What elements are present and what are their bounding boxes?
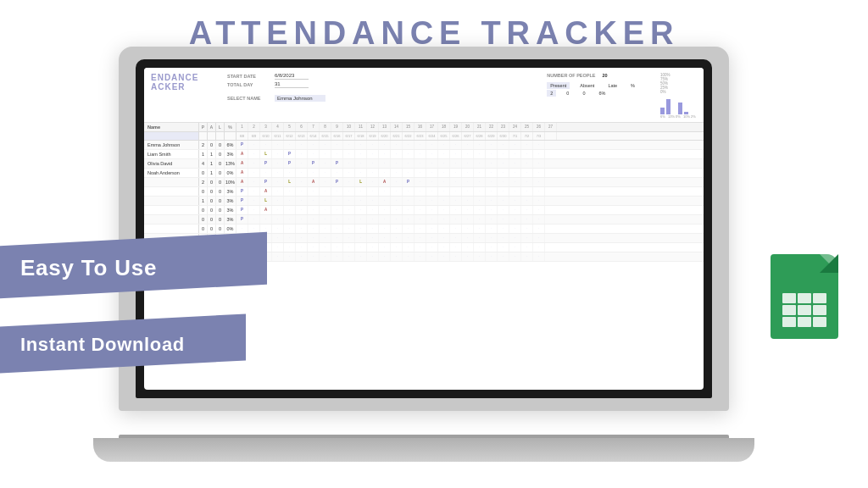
- day-cell-14: ·: [403, 159, 415, 168]
- day-cell-23: ·: [509, 169, 521, 177]
- date-header-19: 20: [462, 123, 474, 131]
- date-header-16: 17: [426, 123, 438, 131]
- day-cell-8: ·: [331, 252, 343, 261]
- day-cell-4: ·: [284, 234, 296, 242]
- day-cell-6: ·: [308, 252, 320, 261]
- day-cell-8: P: [331, 159, 343, 168]
- chart-y-0: 0%: [660, 90, 697, 94]
- day-cell-3: ·: [272, 150, 284, 158]
- day-cell-5: ·: [296, 206, 308, 214]
- day-cell-4: ·: [284, 187, 296, 196]
- grid-cell-3: [813, 293, 826, 303]
- day-cell-15: ·: [415, 169, 426, 177]
- day-cell-19: ·: [462, 197, 474, 205]
- row-a-cell: 0: [208, 215, 216, 224]
- day-cell-9: ·: [343, 159, 355, 168]
- day-cell-22: ·: [498, 252, 509, 261]
- day-cell-18: ·: [450, 252, 462, 261]
- day-cell-7: ·: [320, 197, 331, 205]
- day-cell-9: ·: [343, 178, 355, 186]
- day-cell-23: ·: [509, 243, 521, 252]
- day-cell-10: ·: [355, 187, 367, 196]
- date-sub-3: 6/11: [272, 132, 284, 140]
- day-cell-8: ·: [331, 215, 343, 224]
- sheets-icon-wrap: [766, 254, 843, 347]
- day-cell-15: ·: [415, 141, 426, 149]
- day-cell-21: ·: [486, 197, 498, 205]
- row-name-cell: [144, 197, 199, 205]
- day-cell-20: ·: [474, 215, 486, 224]
- grid-cell-5: [798, 305, 811, 315]
- day-cell-10: ·: [355, 169, 367, 177]
- row-l-cell: 0: [216, 197, 225, 205]
- day-cell-25: ·: [533, 169, 545, 177]
- day-cell-21: ·: [486, 150, 498, 158]
- day-cell-23: ·: [509, 252, 521, 261]
- date-sub-21: 6/29: [486, 132, 498, 140]
- day-cell-25: ·: [533, 225, 545, 233]
- row-p-cell: 4: [199, 159, 208, 168]
- date-sub-26: [545, 132, 557, 140]
- day-cell-20: ·: [474, 197, 486, 205]
- grid-cell-2: [798, 293, 811, 303]
- day-cell-8: P: [331, 178, 343, 186]
- day-cell-20: ·: [474, 225, 486, 233]
- day-cell-8: ·: [331, 197, 343, 205]
- day-cell-17: ·: [438, 206, 450, 214]
- date-sub-6: 6/14: [308, 132, 320, 140]
- table-row: Liam Smith1103%A·L·P····················…: [144, 150, 704, 159]
- day-cell-20: ·: [474, 141, 486, 149]
- day-cell-21: ·: [486, 215, 498, 224]
- date-header-7: 8: [320, 123, 331, 131]
- day-cell-18: ·: [450, 141, 462, 149]
- day-cell-2: A: [260, 187, 272, 196]
- day-cell-10: ·: [355, 252, 367, 261]
- day-cell-1: ·: [248, 197, 260, 205]
- day-cell-0: P: [236, 206, 248, 214]
- day-cell-7: ·: [320, 150, 331, 158]
- day-cell-8: ·: [331, 150, 343, 158]
- day-cell-4: P: [284, 150, 296, 158]
- ss-start-date-row: START DATE 6/8/2023: [227, 73, 326, 80]
- day-cell-8: ·: [331, 225, 343, 233]
- day-cell-14: ·: [403, 252, 415, 261]
- day-cell-2: P: [260, 178, 272, 186]
- date-sub-dates: 6/86/96/106/116/126/136/146/156/166/176/…: [236, 132, 557, 140]
- day-cell-22: ·: [498, 187, 509, 196]
- day-cell-4: L: [284, 178, 296, 186]
- day-cell-25: ·: [533, 215, 545, 224]
- row-l-cell: 0: [216, 169, 225, 177]
- grid-cell-4: [782, 305, 796, 315]
- chart-label-2: 0%: [676, 114, 682, 119]
- day-cell-17: ·: [438, 169, 450, 177]
- row-p-cell: 0: [199, 169, 208, 177]
- day-cell-18: ·: [450, 178, 462, 186]
- day-cell-11: ·: [367, 234, 379, 242]
- day-cell-23: ·: [509, 197, 521, 205]
- day-cell-18: ·: [450, 234, 462, 242]
- day-cell-20: ·: [474, 178, 486, 186]
- day-cell-14: ·: [403, 141, 415, 149]
- date-header-10: 11: [355, 123, 367, 131]
- date-sub-l: [216, 132, 225, 140]
- row-l-cell: 0: [216, 150, 225, 158]
- day-cell-3: ·: [272, 234, 284, 242]
- day-cell-13: ·: [391, 159, 403, 168]
- row-name-cell: Olivia David: [144, 159, 199, 168]
- day-cell-15: ·: [415, 234, 426, 242]
- row-p-cell: 0: [199, 206, 208, 214]
- date-sub-17: 6/25: [438, 132, 450, 140]
- day-cell-22: ·: [498, 197, 509, 205]
- day-cell-4: ·: [284, 169, 296, 177]
- day-cell-7: ·: [320, 141, 331, 149]
- row-name-cell: Emma Johnson: [144, 141, 199, 149]
- date-header-3: 4: [272, 123, 284, 131]
- day-cell-16: ·: [426, 225, 438, 233]
- day-cell-17: ·: [438, 225, 450, 233]
- day-cell-25: ·: [533, 206, 545, 214]
- row-a-cell: 0: [208, 178, 216, 186]
- present-value: 2: [547, 90, 556, 97]
- day-cell-7: ·: [320, 243, 331, 252]
- day-cell-6: ·: [308, 169, 320, 177]
- day-cell-8: ·: [331, 243, 343, 252]
